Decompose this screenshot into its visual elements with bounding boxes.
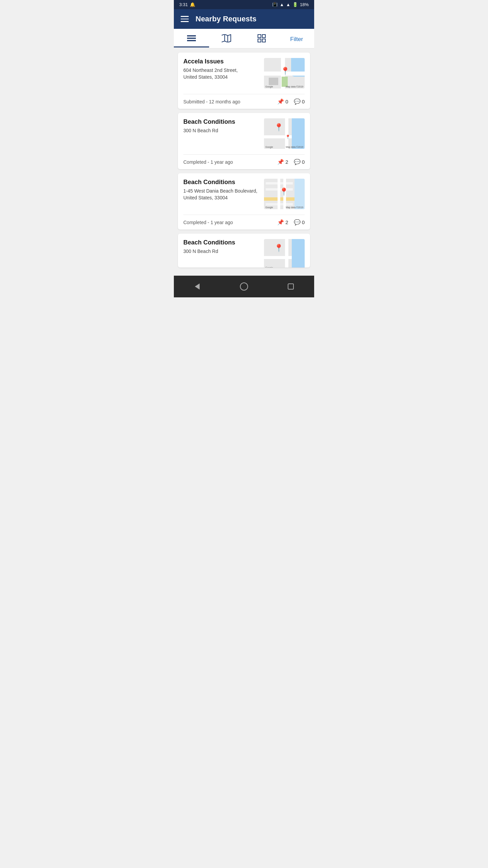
- map-image-4: 📍 Google: [264, 239, 305, 268]
- request-card-3[interactable]: Beach Conditions 1-45 West Dania Beach B…: [178, 173, 310, 230]
- vibrate-icon: 📳: [272, 2, 278, 7]
- card-map-2: 📍 📍 Google Map data ©2019: [264, 118, 305, 149]
- map-data-label-3: Map data ©2019: [286, 206, 303, 209]
- card-title-1: Accela Issues: [183, 58, 260, 65]
- pin-icon-1: 📌: [277, 98, 284, 105]
- map-pin-green-2: 📍: [274, 123, 283, 132]
- map-image-1: 📍 Google Map data ©2019: [264, 58, 305, 88]
- map-data-label-1: Map data ©2019: [286, 85, 303, 88]
- google-label-4: Google: [265, 267, 273, 268]
- comment-icon-3: 💬: [294, 219, 301, 225]
- status-icons: 📳 ▲ ▲ 🔋 18%: [272, 2, 309, 7]
- pin-stat-2: 📌 2: [277, 159, 288, 165]
- card-status-3: Completed - 1 year ago: [183, 220, 233, 225]
- card-top-2: Beach Conditions 300 N Beach Rd 📍 📍 Goog…: [178, 113, 310, 154]
- comment-stat-1: 💬 0: [294, 98, 305, 105]
- map-data-label-2: Map data ©2019: [286, 146, 303, 148]
- battery-percent: 18%: [300, 2, 309, 7]
- request-card-4[interactable]: Beach Conditions 300 N Beach Rd 📍 Google: [178, 234, 310, 268]
- app-header: Nearby Requests: [174, 9, 314, 29]
- comment-icon-2: 💬: [294, 159, 301, 165]
- comment-stat-2: 💬 0: [294, 159, 305, 165]
- filter-label: Filter: [290, 36, 303, 43]
- card-footer-2: Completed - 1 year ago 📌 2 💬 0: [178, 155, 310, 169]
- request-card-1[interactable]: Accela Issues 604 Northeast 2nd Street,U…: [178, 53, 310, 109]
- status-time-area: 3:31 🔔: [179, 2, 195, 7]
- card-info-3: Beach Conditions 1-45 West Dania Beach B…: [183, 179, 260, 201]
- card-stats-3: 📌 2 💬 0: [277, 219, 305, 225]
- google-label-3: Google: [265, 206, 273, 209]
- comment-count-2: 0: [302, 159, 305, 165]
- card-address-3: 1-45 West Dania Beach Boulevard, United …: [183, 188, 260, 201]
- request-card-2[interactable]: Beach Conditions 300 N Beach Rd 📍 📍 Goog…: [178, 113, 310, 169]
- card-stats-1: 📌 0 💬 0: [277, 98, 305, 105]
- comment-icon-1: 💬: [294, 98, 301, 105]
- svg-marker-9: [195, 283, 200, 290]
- list-icon: [187, 35, 196, 43]
- card-title-2: Beach Conditions: [183, 118, 260, 125]
- svg-rect-5: [258, 35, 261, 38]
- signal-icon: ▲: [286, 2, 290, 7]
- card-map-1: 📍 Google Map data ©2019: [264, 58, 305, 88]
- home-button[interactable]: [237, 280, 251, 293]
- card-info-2: Beach Conditions 300 N Beach Rd: [183, 118, 260, 134]
- recent-apps-button[interactable]: [284, 280, 298, 293]
- back-button[interactable]: [190, 280, 204, 293]
- notification-icon: 🔔: [190, 2, 195, 7]
- svg-rect-6: [262, 35, 265, 38]
- menu-button[interactable]: [181, 16, 189, 22]
- google-label-2: Google: [265, 146, 273, 148]
- pin-stat-3: 📌 2: [277, 219, 288, 225]
- page-title: Nearby Requests: [196, 15, 257, 23]
- pin-count-2: 2: [285, 159, 288, 165]
- map-pin-red-1: 📍: [281, 67, 290, 76]
- card-footer-1: Submitted - 12 months ago 📌 0 💬 0: [178, 94, 310, 109]
- pin-icon-3: 📌: [277, 219, 284, 225]
- google-label-1: Google: [265, 85, 273, 88]
- card-footer-3: Completed - 1 year ago 📌 2 💬 0: [178, 215, 310, 230]
- card-top-1: Accela Issues 604 Northeast 2nd Street,U…: [178, 53, 310, 94]
- tab-map[interactable]: [209, 29, 244, 48]
- pin-count-3: 2: [285, 219, 288, 225]
- tab-grid[interactable]: [244, 29, 279, 48]
- card-info-1: Accela Issues 604 Northeast 2nd Street,U…: [183, 58, 260, 80]
- card-info-4: Beach Conditions 300 N Beach Rd: [183, 239, 260, 255]
- svg-rect-8: [262, 39, 265, 42]
- card-address-1: 604 Northeast 2nd Street,United States, …: [183, 67, 260, 80]
- comment-stat-3: 💬 0: [294, 219, 305, 225]
- map-pin-green-3: 📍: [279, 188, 288, 196]
- comment-count-1: 0: [302, 99, 305, 104]
- card-address-2: 300 N Beach Rd: [183, 127, 260, 134]
- map-image-2: 📍 📍 Google Map data ©2019: [264, 118, 305, 149]
- svg-rect-7: [258, 39, 261, 42]
- svg-point-10: [240, 283, 248, 290]
- pin-icon-2: 📌: [277, 159, 284, 165]
- status-bar: 3:31 🔔 📳 ▲ ▲ 🔋 18%: [174, 0, 314, 9]
- card-stats-2: 📌 2 💬 0: [277, 159, 305, 165]
- wifi-icon: ▲: [280, 2, 284, 7]
- map-icon: [222, 34, 231, 44]
- bottom-nav: [174, 276, 314, 297]
- pin-count-1: 0: [285, 99, 288, 104]
- tab-filter[interactable]: Filter: [279, 31, 314, 47]
- grid-icon: [258, 34, 266, 44]
- svg-rect-1: [187, 38, 196, 39]
- card-title-3: Beach Conditions: [183, 179, 260, 186]
- card-title-4: Beach Conditions: [183, 239, 260, 246]
- battery-icon: 🔋: [292, 2, 298, 7]
- svg-rect-2: [187, 40, 196, 41]
- pin-stat-1: 📌 0: [277, 98, 288, 105]
- card-status-1: Submitted - 12 months ago: [183, 99, 240, 104]
- svg-rect-0: [187, 35, 196, 37]
- svg-rect-11: [288, 284, 293, 289]
- card-status-2: Completed - 1 year ago: [183, 159, 233, 165]
- map-pin-green-4: 📍: [274, 244, 283, 253]
- tab-list[interactable]: [174, 29, 209, 47]
- comment-count-3: 0: [302, 219, 305, 225]
- card-address-4: 300 N Beach Rd: [183, 248, 260, 255]
- status-time: 3:31: [179, 2, 188, 7]
- map-image-3: 📍 Google Map data ©2019: [264, 179, 305, 209]
- tab-bar: Filter: [174, 29, 314, 48]
- card-map-3: 📍 Google Map data ©2019: [264, 179, 305, 209]
- card-top-4: Beach Conditions 300 N Beach Rd 📍 Google: [178, 234, 310, 268]
